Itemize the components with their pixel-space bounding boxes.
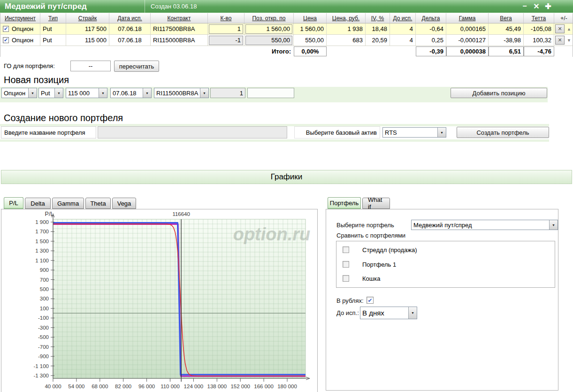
cell-qty: -1: [208, 35, 244, 46]
divider-strip: [0, 99, 548, 102]
svg-text:500: 500: [40, 286, 49, 292]
column-header-theta[interactable]: Тетта: [524, 13, 554, 23]
portfolio-name-label: Введите название портфеля: [1, 126, 96, 138]
rubles-checkbox[interactable]: ✔: [367, 297, 374, 304]
recalculate-button[interactable]: пересчитать: [114, 61, 159, 72]
column-header-vega[interactable]: Вега: [489, 13, 524, 23]
base-asset-select[interactable]: RTS ▼: [382, 127, 446, 138]
new-price-input[interactable]: [247, 88, 294, 98]
column-header-gamma[interactable]: Гамма: [446, 13, 489, 23]
column-header-instrument[interactable]: Инструмент: [0, 13, 40, 23]
compare-checkbox[interactable]: [343, 261, 349, 268]
cell-instrument: ✔ Опцион: [0, 23, 40, 34]
strike-select[interactable]: 115 000 ▼: [66, 88, 107, 98]
svg-text:1 300: 1 300: [35, 248, 49, 254]
totals-delta: -0,39: [416, 46, 446, 56]
chevron-down-icon[interactable]: ▼: [143, 88, 151, 98]
move-down-icon[interactable]: ▼: [567, 38, 571, 43]
select-portfolio-label: Выберите портфель: [336, 222, 394, 229]
cell-days: 4: [390, 35, 416, 46]
cell-delta: 0,25: [416, 35, 446, 46]
add-icon[interactable]: ✚: [544, 2, 552, 11]
type-select[interactable]: Put ▼: [38, 88, 63, 98]
compare-label: Сравнить с портфелями: [336, 232, 405, 239]
row-checkbox[interactable]: ✔: [3, 37, 9, 43]
chevron-down-icon[interactable]: ▼: [408, 307, 417, 319]
cell-iv: 18,48: [366, 23, 390, 34]
chevron-down-icon[interactable]: ▼: [54, 88, 63, 98]
tab-what-if[interactable]: What if: [362, 198, 390, 209]
tab-delta[interactable]: Delta: [25, 198, 51, 209]
svg-text:1 700: 1 700: [35, 229, 49, 234]
row-checkbox[interactable]: ✔: [3, 26, 9, 32]
column-header-type[interactable]: Тип: [40, 13, 66, 23]
portfolio-table: Медвежий пут/спред Создан 03.06.18 − ✕ ✚…: [0, 0, 573, 57]
column-header-exp-date[interactable]: Дата исп.: [109, 13, 151, 23]
totals-gamma: 0,000038: [446, 46, 489, 56]
portfolio-select[interactable]: Медвежий пут/спред ▼: [411, 220, 558, 230]
exp-date-select[interactable]: 07.06.18 ▼: [110, 88, 152, 98]
column-header-qty[interactable]: К-во: [208, 13, 244, 23]
svg-text:1 500: 1 500: [35, 238, 49, 244]
add-position-button[interactable]: Добавить позицию: [451, 88, 547, 98]
cell-strike: 117 500: [66, 23, 109, 34]
open-pos-input[interactable]: 550,00: [245, 36, 292, 45]
tab-gamma[interactable]: Gamma: [52, 198, 84, 209]
chevron-down-icon[interactable]: ▼: [99, 88, 107, 98]
svg-text:82 000: 82 000: [115, 384, 131, 389]
cell-gamma: 0,000165: [446, 23, 489, 34]
create-portfolio-row: Введите название портфеля Выберите базов…: [0, 126, 573, 138]
tab-vega[interactable]: Vega: [112, 198, 136, 209]
cell-actions: ✕ ▲: [554, 23, 573, 34]
column-header-open-pos[interactable]: Поз. откр. по: [244, 13, 294, 23]
column-header-price-rub[interactable]: Цена, руб.: [327, 13, 366, 23]
column-header-price[interactable]: Цена: [294, 13, 327, 23]
column-header-actions: +/-: [554, 13, 573, 23]
create-portfolio-button[interactable]: Создать портфель: [457, 127, 549, 138]
cell-theta: -105,08: [524, 23, 554, 34]
contract-select[interactable]: RI115000BR8A ▼: [154, 88, 209, 98]
column-header-delta[interactable]: Дельта: [416, 13, 446, 23]
delete-row-icon[interactable]: ✕: [555, 24, 565, 33]
cell-iv: 20,59: [366, 35, 390, 46]
cell-theta: 100,32: [524, 35, 554, 46]
open-pos-input[interactable]: 1 560,00: [245, 24, 292, 34]
svg-text:900: 900: [40, 267, 49, 273]
portfolio-name-input[interactable]: [98, 126, 287, 138]
column-header-days[interactable]: До исп.: [390, 13, 416, 23]
y-axis-title: P/L: [45, 211, 54, 217]
chevron-down-icon[interactable]: ▼: [200, 88, 208, 98]
cell-price-rub: 1 938: [327, 23, 366, 34]
list-item: Стреддл (продажа): [336, 245, 555, 254]
table-header-row: Инструмент Тип Страйк Дата исп. Контракт…: [0, 13, 573, 23]
qty-input[interactable]: 1: [209, 24, 243, 34]
qty-input[interactable]: -1: [209, 36, 243, 45]
minimize-icon[interactable]: −: [520, 2, 529, 11]
compare-checkbox[interactable]: [343, 246, 349, 253]
margin-value-input[interactable]: --: [70, 61, 111, 71]
tab-theta[interactable]: Theta: [85, 198, 111, 209]
column-header-strike[interactable]: Страйк: [66, 13, 109, 23]
price-marker-label: 116640: [172, 211, 190, 217]
totals-theta: -4,76: [524, 46, 554, 56]
delete-row-icon[interactable]: ✕: [555, 36, 565, 45]
new-qty-input[interactable]: 1: [210, 88, 245, 98]
compare-checkbox[interactable]: [343, 275, 349, 282]
cell-instrument: ✔ Опцион: [0, 35, 40, 46]
table-row: ✔ Опцион Put 115 000 07.06.18 RI115000BR…: [0, 35, 573, 46]
svg-text:-300: -300: [38, 325, 49, 331]
tab-portfolio[interactable]: Портфель: [328, 197, 361, 209]
chevron-down-icon[interactable]: ▼: [437, 128, 446, 137]
tab-pl[interactable]: P/L: [4, 197, 23, 209]
column-header-contract[interactable]: Контракт: [151, 13, 208, 23]
svg-text:-1 300: -1 300: [33, 373, 49, 378]
days-select[interactable]: В днях ▼: [360, 307, 417, 319]
instrument-select[interactable]: Опцион ▼: [1, 88, 37, 98]
close-icon[interactable]: ✕: [532, 2, 541, 11]
days-label: До исп.:: [336, 309, 359, 316]
chevron-down-icon[interactable]: ▼: [549, 220, 558, 230]
move-up-icon[interactable]: ▲: [567, 27, 571, 31]
chevron-down-icon[interactable]: ▼: [28, 88, 37, 98]
svg-text:700: 700: [40, 277, 49, 283]
column-header-iv[interactable]: IV, %: [366, 13, 390, 23]
